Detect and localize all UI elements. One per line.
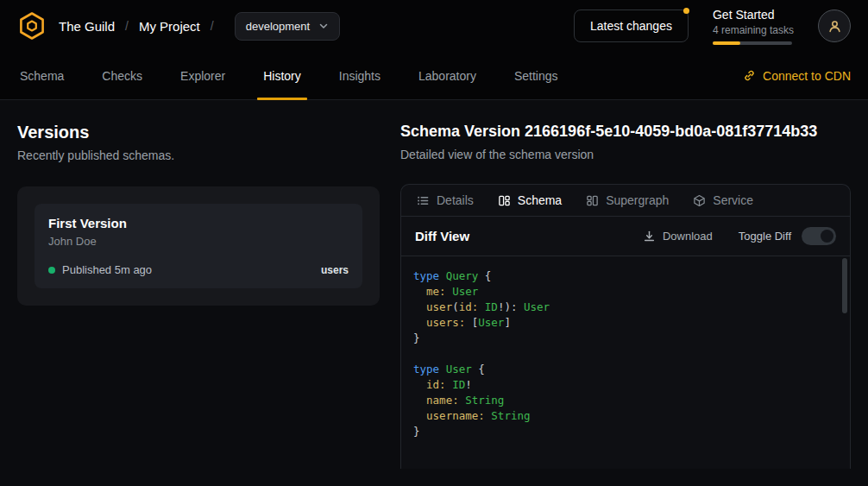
latest-changes-label: Latest changes <box>590 19 672 33</box>
main-nav: Schema Checks Explorer History Insights … <box>0 52 868 100</box>
main-content: Versions Recently published schemas. Fir… <box>0 100 868 486</box>
download-icon <box>643 230 656 243</box>
schema-version-subtitle: Detailed view of the schema version <box>400 148 851 161</box>
code-scrollbar-thumb[interactable] <box>842 258 847 313</box>
tab-supergraph[interactable]: Supergraph <box>586 193 669 207</box>
breadcrumb-separator: / <box>211 19 214 33</box>
tab-supergraph-label: Supergraph <box>606 193 669 207</box>
tab-details-label: Details <box>437 193 474 207</box>
versions-title: Versions <box>17 123 380 142</box>
get-started-progress-fill <box>713 41 740 45</box>
header-left: The Guild / My Project / development <box>17 11 340 41</box>
target-select-value: development <box>246 20 310 33</box>
tab-laboratory[interactable]: Laboratory <box>416 52 479 99</box>
diff-toggle-switch[interactable] <box>802 227 836 245</box>
schema-code-viewer: type Query { me: User user(id: ID!): Use… <box>401 256 850 469</box>
nav-tabs: Schema Checks Explorer History Insights … <box>17 52 561 99</box>
breadcrumb-project[interactable]: My Project <box>139 19 200 34</box>
connect-to-cdn-button[interactable]: Connect to CDN <box>743 52 851 99</box>
tab-schema[interactable]: Schema <box>17 52 66 99</box>
tab-checks[interactable]: Checks <box>99 52 145 99</box>
chevron-down-icon <box>318 21 329 31</box>
version-status-row: Published 5m ago users <box>48 263 349 276</box>
latest-changes-button[interactable]: Latest changes <box>574 9 689 42</box>
download-label: Download <box>663 230 713 243</box>
tab-service-label: Service <box>713 193 753 207</box>
header-right: Latest changes Get Started 4 remaining t… <box>574 8 851 45</box>
schema-version-section: Schema Version 2166196f-5e10-4059-bd0a-0… <box>400 117 851 469</box>
breadcrumb-separator: / <box>125 19 129 33</box>
cube-icon <box>693 194 706 207</box>
download-button[interactable]: Download <box>643 230 713 243</box>
code-block: type Query { me: User user(id: ID!): Use… <box>413 268 833 439</box>
version-name: First Version <box>48 216 349 230</box>
versions-subtitle: Recently published schemas. <box>17 148 380 162</box>
target-select[interactable]: development <box>235 12 340 41</box>
notification-dot <box>683 8 689 14</box>
diff-toggle-knob <box>821 230 833 243</box>
diff-view-title: Diff View <box>415 229 469 243</box>
link-icon <box>743 69 756 82</box>
tab-explorer[interactable]: Explorer <box>178 52 228 99</box>
versions-card: First Version John Doe Published 5m ago … <box>17 186 380 306</box>
tab-service[interactable]: Service <box>693 193 753 207</box>
tab-schema-view[interactable]: Schema <box>498 193 562 207</box>
list-icon <box>417 194 430 207</box>
tab-insights[interactable]: Insights <box>337 52 383 99</box>
tab-settings[interactable]: Settings <box>512 52 561 99</box>
diff-actions: Download Toggle Diff <box>643 227 836 245</box>
get-started-title: Get Started <box>713 8 794 22</box>
toggle-diff-control: Toggle Diff <box>739 227 836 245</box>
breadcrumb: The Guild / My Project / <box>59 19 217 34</box>
get-started-widget[interactable]: Get Started 4 remaining tasks <box>713 8 794 45</box>
diff-view-header: Diff View Download Toggle Diff <box>401 217 850 256</box>
app-header: The Guild / My Project / development Lat… <box>0 0 868 52</box>
version-service-badge: users <box>321 264 349 276</box>
detail-tabs: Details Schema Sup <box>401 185 850 217</box>
schema-icon <box>498 194 511 207</box>
schema-version-title: Schema Version 2166196f-5e10-4059-bd0a-0… <box>400 123 851 141</box>
published-dot-icon <box>48 267 55 274</box>
version-author: John Doe <box>48 235 349 248</box>
person-icon <box>827 18 843 35</box>
avatar[interactable] <box>818 9 851 42</box>
get-started-progress-bar <box>713 41 792 45</box>
versions-section: Versions Recently published schemas. Fir… <box>17 117 380 469</box>
version-list-item[interactable]: First Version John Doe Published 5m ago … <box>35 204 362 288</box>
tab-history[interactable]: History <box>261 52 304 99</box>
toggle-diff-label: Toggle Diff <box>739 230 791 243</box>
breadcrumb-org[interactable]: The Guild <box>59 19 115 34</box>
connect-to-cdn-label: Connect to CDN <box>763 69 851 83</box>
hive-logo-icon[interactable] <box>17 11 47 41</box>
schema-version-panel: Details Schema Sup <box>400 184 851 469</box>
code-scrollbar[interactable] <box>841 258 848 467</box>
version-status: Published 5m ago <box>62 263 152 276</box>
get-started-subtitle: 4 remaining tasks <box>713 24 794 36</box>
tab-schema-view-label: Schema <box>518 193 562 207</box>
tab-details[interactable]: Details <box>417 193 474 207</box>
supergraph-icon <box>586 194 599 207</box>
